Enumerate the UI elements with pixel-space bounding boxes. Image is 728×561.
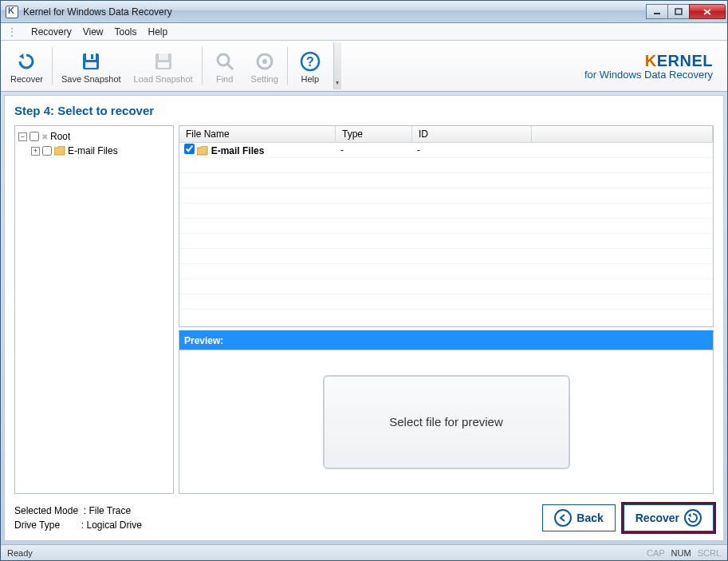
load-snapshot-label: Load Snapshot xyxy=(134,74,193,84)
table-row xyxy=(179,264,713,279)
tree-root-label: Root xyxy=(50,131,70,142)
search-icon xyxy=(212,49,238,74)
svg-rect-0 xyxy=(654,13,660,14)
svg-text:?: ? xyxy=(306,55,314,69)
svg-rect-5 xyxy=(85,62,96,68)
svg-point-12 xyxy=(262,59,267,64)
svg-rect-1 xyxy=(675,9,682,14)
tree-child-label: E-mail Files xyxy=(68,145,118,156)
recover-label: Recover xyxy=(636,512,679,524)
status-num: NUM xyxy=(671,548,691,558)
setting-tool: Setting xyxy=(245,42,285,89)
svg-rect-4 xyxy=(91,54,93,59)
titlebar: Kernel for Windows Data Recovery xyxy=(1,1,727,23)
brand-rest: ERNEL xyxy=(657,52,713,69)
help-tool[interactable]: ? Help xyxy=(290,42,330,89)
load-snapshot-tool: Load Snapshot xyxy=(128,42,199,89)
gear-icon xyxy=(252,49,277,74)
menu-view[interactable]: View xyxy=(83,26,104,38)
col-filename[interactable]: File Name xyxy=(179,126,336,142)
toolbar-overflow[interactable]: ▾ xyxy=(333,42,341,89)
table-row xyxy=(179,158,713,173)
menu-grip-icon: ⋮ xyxy=(7,26,17,38)
brand-subtitle: for Windows Data Recovery xyxy=(584,69,713,81)
file-grid[interactable]: File Name Type ID E-mail Fi xyxy=(179,125,714,327)
grid-body[interactable]: E-mail Files - - xyxy=(179,143,713,326)
svg-line-10 xyxy=(227,64,233,69)
menu-recovery[interactable]: Recovery xyxy=(31,26,72,38)
brand-name: KERNEL xyxy=(645,52,713,70)
status-ready: Ready xyxy=(7,548,33,558)
tree-child-checkbox[interactable] xyxy=(42,146,52,156)
cell-type: - xyxy=(336,144,412,156)
cell-id: - xyxy=(412,144,532,156)
brand-k: K xyxy=(645,52,657,69)
restore-icon xyxy=(684,509,702,527)
grid-header: File Name Type ID xyxy=(179,126,713,143)
tree-dim-icon: ✖ xyxy=(41,132,48,141)
collapse-icon[interactable]: − xyxy=(18,132,27,141)
table-row xyxy=(179,279,713,294)
step-title: Step 4: Select to recover xyxy=(14,104,714,117)
recover-button[interactable]: Recover xyxy=(624,504,714,531)
load-icon xyxy=(151,49,176,74)
recover-tool-label: Recover xyxy=(10,74,43,84)
find-tool: Find xyxy=(205,42,245,89)
col-id[interactable]: ID xyxy=(412,126,532,142)
folder-icon xyxy=(197,145,208,156)
tree-root-checkbox[interactable] xyxy=(30,132,39,141)
table-row[interactable]: E-mail Files - - xyxy=(179,143,713,158)
table-row xyxy=(179,188,713,203)
drive-value: Logical Drive xyxy=(86,520,141,531)
toolbar-separator xyxy=(202,47,203,85)
arrow-left-icon xyxy=(554,509,572,527)
footer-info: Selected Mode : File Trace Drive Type : … xyxy=(14,504,142,532)
menubar: ⋮ Recovery View Tools Help xyxy=(1,23,727,41)
window-controls xyxy=(647,4,726,19)
recover-tool[interactable]: Recover xyxy=(4,42,49,89)
maximize-button[interactable] xyxy=(667,4,690,19)
maximize-icon xyxy=(675,8,683,16)
tree-child-row[interactable]: + E-mail Files xyxy=(18,144,170,158)
help-label: Help xyxy=(301,74,320,84)
toolbar-separator xyxy=(52,47,53,85)
svg-rect-8 xyxy=(158,62,169,68)
table-row xyxy=(179,234,713,249)
table-row xyxy=(179,173,713,188)
menu-help[interactable]: Help xyxy=(148,26,168,38)
tree-root-row[interactable]: − ✖ Root xyxy=(18,129,170,144)
cell-name: E-mail Files xyxy=(179,144,336,156)
col-rest[interactable] xyxy=(532,126,713,142)
find-label: Find xyxy=(216,74,233,84)
toolbar-separator xyxy=(287,47,288,85)
save-icon xyxy=(78,49,104,74)
status-scrl: SCRL xyxy=(698,548,721,558)
table-row xyxy=(179,294,713,310)
row-checkbox[interactable] xyxy=(184,144,195,154)
tree-pane[interactable]: − ✖ Root + E-mail Files xyxy=(14,125,174,494)
app-icon xyxy=(6,6,18,18)
minimize-icon xyxy=(653,8,661,16)
setting-label: Setting xyxy=(251,74,278,84)
brand: KERNEL for Windows Data Recovery xyxy=(584,42,724,89)
save-snapshot-label: Save Snapshot xyxy=(61,74,121,84)
close-button[interactable] xyxy=(689,4,726,19)
expand-icon[interactable]: + xyxy=(31,147,40,156)
back-button[interactable]: Back xyxy=(542,504,615,531)
footer-row: Selected Mode : File Trace Drive Type : … xyxy=(14,502,714,534)
menu-tools[interactable]: Tools xyxy=(114,26,136,38)
statusbar: Ready CAP NUM SCRL xyxy=(1,544,727,560)
right-pane: File Name Type ID E-mail Fi xyxy=(179,125,714,494)
table-row xyxy=(179,203,713,219)
col-type[interactable]: Type xyxy=(336,126,412,142)
close-icon xyxy=(702,8,712,16)
app-window: Kernel for Windows Data Recovery ⋮ Recov… xyxy=(0,0,728,561)
drive-label: Drive Type xyxy=(14,520,60,531)
work-area: − ✖ Root + E-mail Files xyxy=(14,125,714,494)
mode-value: File Trace xyxy=(89,505,131,516)
save-snapshot-tool[interactable]: Save Snapshot xyxy=(55,42,128,89)
preview-header: Preview: xyxy=(179,330,714,350)
minimize-button[interactable] xyxy=(646,4,668,19)
table-row xyxy=(179,219,713,234)
status-cap: CAP xyxy=(647,548,665,558)
